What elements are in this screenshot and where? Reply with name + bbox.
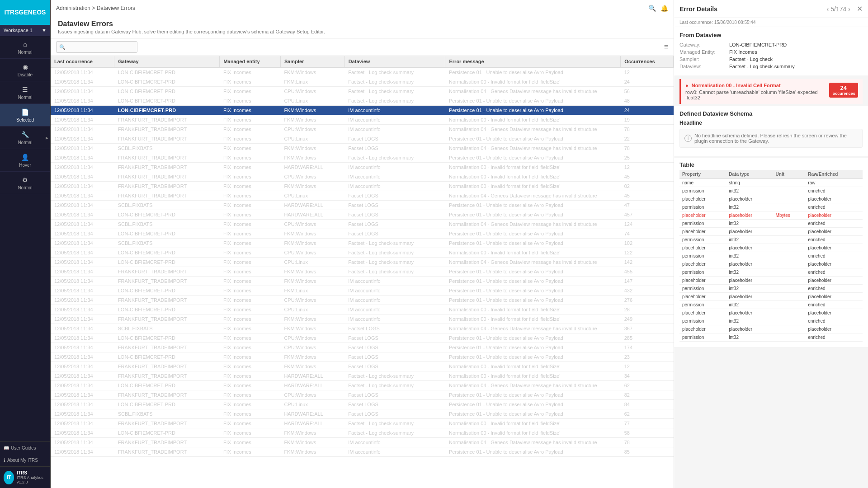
table-row[interactable]: 12/05/2018 11:34 FRANKFURT_TRADEIMPORT F… [51,343,674,352]
table-row[interactable]: 12/05/2018 11:34 FRANKFURT_TRADEIMPORT F… [51,134,674,144]
sidebar-item-home[interactable]: ⌂ Normal [0,36,50,59]
disable-icon: ◉ [21,62,30,71]
cell-count: 47 [621,201,674,210]
cell-entity: FIX Incomes [220,400,280,409]
cell-count: 142 [621,258,674,267]
cell-sampler: HARDWARE:ALL [280,210,344,220]
cell-dataview: Factset - Log check-summary [344,87,445,96]
cell-error: Persistence 01 - Unable to deserialise A… [445,390,621,400]
workspace-dropdown-icon: ▼ [42,28,47,33]
table-row[interactable]: 12/05/2018 11:34 LON-CIBFIEMCRET-PRD FIX… [51,87,674,96]
error-count-badge: 24 occurences [829,83,858,98]
sidebar-item-item5[interactable]: 🔧 Normal ▶ [0,127,50,149]
table-row[interactable]: 12/05/2018 11:34 FRANKFURT_TRADEIMPORT F… [51,125,674,134]
sidebar-item-item7[interactable]: ⚙ Normal [0,172,50,194]
sidebar-item-disable[interactable]: ◉ Disable [0,59,50,81]
schema-cell-datatype: int32 [726,285,773,293]
table-row[interactable]: 12/05/2018 11:34 SCBL.FIXBATS FIX Income… [51,144,674,153]
close-panel-button[interactable]: ✕ [857,5,863,13]
table-row[interactable]: 12/05/2018 11:34 FRANKFURT_TRADEIMPORT F… [51,447,674,457]
workspace-selector[interactable]: Workspace 1 ▼ [0,25,50,36]
schema-cell-property: permission [679,203,726,211]
toolbar-right: ≡ [664,43,668,51]
cell-error: Persistence 01 - Unable to deserialise A… [445,267,621,277]
user-guides-link[interactable]: 📖 User Guides [0,442,50,454]
schema-cell-unit [773,203,806,211]
table-row[interactable]: 12/05/2018 11:34 FRANKFURT_TRADEIMPORT F… [51,390,674,400]
cell-date: 12/05/2018 11:34 [51,239,114,248]
table-body: 12/05/2018 11:34 LON-CIBFIEMCRET-PRD FIX… [51,67,674,457]
table-row[interactable]: 12/05/2018 11:34 LON-CIBFIEMCRET-PRD FIX… [51,305,674,314]
table-row[interactable]: 12/05/2018 11:34 LON-CIBFIEMCRET-PRD FIX… [51,229,674,239]
notification-icon[interactable]: 🔔 [660,5,668,12]
about-link[interactable]: ℹ About My ITRS [0,454,50,466]
toolbar: 🔍 ≡ [51,38,674,56]
cell-dataview: Facset LOGS [344,134,445,144]
table-row[interactable]: 12/05/2018 11:34 FRANKFURT_TRADEIMPORT F… [51,362,674,371]
about-label: About My ITRS [7,458,38,463]
page-subtitle: Issues ingesting data in Gateway Hub, so… [58,29,666,34]
table-row[interactable]: 12/05/2018 11:34 LON-CIBFIEMCRET-PRD FIX… [51,258,674,267]
cell-sampler: CPU:Windows [280,248,344,258]
gateway-row: Gateway: LON-CIBFIEMCRET-PRD [679,42,863,47]
table-row[interactable]: 12/05/2018 11:34 LON-CIBFIEMCRET-PRD FIX… [51,333,674,343]
cell-date: 12/05/2018 11:34 [51,153,114,163]
table-row[interactable]: 12/05/2018 11:34 SCBL.FIXBATS FIX Income… [51,324,674,333]
table-row[interactable]: 12/05/2018 11:34 LON-CIBFIEMCRET-PRD FIX… [51,286,674,296]
search-box[interactable]: 🔍 [56,41,137,53]
filter-icon[interactable]: ≡ [664,43,668,51]
cell-count: 367 [621,324,674,333]
table-row[interactable]: 12/05/2018 11:34 FRANKFURT_TRADEIMPORT F… [51,314,674,324]
table-row[interactable]: 12/05/2018 11:34 SCBL.FIXBATS FIX Income… [51,201,674,210]
table-row[interactable]: 12/05/2018 11:34 FRANKFURT_TRADEIMPORT F… [51,267,674,277]
schema-cell-unit [773,277,806,285]
sidebar-item-item4[interactable]: 📄 Selected [0,104,50,127]
table-row[interactable]: 12/05/2018 11:34 LON-CIBFIEMCRET-PRD FIX… [51,96,674,106]
dataview-row: Dataview: Factset - Log check-summary [679,64,863,69]
table-row[interactable]: 12/05/2018 11:34 SCBL.FIXBATS FIX Income… [51,239,674,248]
prev-arrow[interactable]: ‹ [827,5,829,13]
table-row[interactable]: 12/05/2018 11:34 LON-CIBFIEMCRET-PRD FIX… [51,400,674,409]
cell-entity: FIX Incomes [220,134,280,144]
schema-cell-rawenriched: placeholder [805,293,863,301]
table-area[interactable]: Last occurrence Gateway Managed entity S… [51,56,674,488]
sidebar-item-item3[interactable]: ☰ Normal [0,81,50,104]
table-row[interactable]: 12/05/2018 11:34 SCBL.FIXBATS FIX Income… [51,409,674,419]
table-row[interactable]: 12/05/2018 11:34 FRANKFURT_TRADEIMPORT F… [51,438,674,447]
table-row[interactable]: 12/05/2018 11:34 LON-CIBFIEMCRET-PRD FIX… [51,381,674,390]
table-row[interactable]: 12/05/2018 11:34 FRANKFURT_TRADEIMPORT F… [51,296,674,305]
table-row[interactable]: 12/05/2018 11:34 SCBL.FIXBATS FIX Income… [51,220,674,229]
table-row[interactable]: 12/05/2018 11:34 FRANKFURT_TRADEIMPORT F… [51,115,674,125]
schema-cell-property: permission [679,317,726,325]
table-row[interactable]: 12/05/2018 11:34 LON-CIBFIEMCRET-PRD FIX… [51,428,674,438]
sidebar-item-item6[interactable]: 👤 Hover [0,149,50,172]
cell-entity: FIX Incomes [220,96,280,106]
table-row[interactable]: 12/05/2018 11:34 LON-CIBFIEMCRET-PRD FIX… [51,352,674,362]
cell-sampler: CPU:Windows [280,333,344,343]
table-row[interactable]: 12/05/2018 11:34 FRANKFURT_TRADEIMPORT F… [51,277,674,286]
table-row[interactable]: 12/05/2018 11:34 LON-CIBFIEMCRET-PRD FIX… [51,77,674,87]
item6-label: Hover [19,163,31,168]
sidebar: ITRS GENEOS Workspace 1 ▼ ⌂ Normal ◉ Dis… [0,0,51,488]
table-row[interactable]: 12/05/2018 11:34 LON-CIBFIEMCRET-PRD FIX… [51,106,674,115]
table-row[interactable]: 12/05/2018 11:34 FRANKFURT_TRADEIMPORT F… [51,163,674,172]
table-row[interactable]: 12/05/2018 11:34 LON-CIBFIEMCRET-PRD FIX… [51,248,674,258]
item3-icon: ☰ [21,85,30,94]
cell-sampler: CPU:Linux [280,96,344,106]
table-row[interactable]: 12/05/2018 11:34 FRANKFURT_TRADEIMPORT F… [51,419,674,428]
search-icon[interactable]: 🔍 [648,5,656,12]
schema-cell-property: placeholder [679,228,726,236]
table-row[interactable]: 12/05/2018 11:34 FRANKFURT_TRADEIMPORT F… [51,153,674,163]
table-row[interactable]: 12/05/2018 11:34 FRANKFURT_TRADEIMPORT F… [51,182,674,191]
table-row[interactable]: 12/05/2018 11:34 LON-CIBFIEMCRET-PRD FIX… [51,210,674,220]
cell-error: Normalisation 00 - Invalid format for fi… [445,115,621,125]
cell-gateway: SCBL.FIXBATS [114,324,220,333]
schema-row: placeholder placeholder placeholder [679,293,863,301]
table-row[interactable]: 12/05/2018 11:34 FRANKFURT_TRADEIMPORT F… [51,191,674,201]
cell-dataview: Facset LOGS [344,220,445,229]
table-row[interactable]: 12/05/2018 11:34 FRANKFURT_TRADEIMPORT F… [51,172,674,182]
table-row[interactable]: 12/05/2018 11:34 FRANKFURT_TRADEIMPORT F… [51,371,674,381]
table-row[interactable]: 12/05/2018 11:34 LON-CIBFIEMCRET-PRD FIX… [51,67,674,77]
cell-entity: FIX Incomes [220,77,280,87]
next-arrow[interactable]: › [848,5,850,13]
